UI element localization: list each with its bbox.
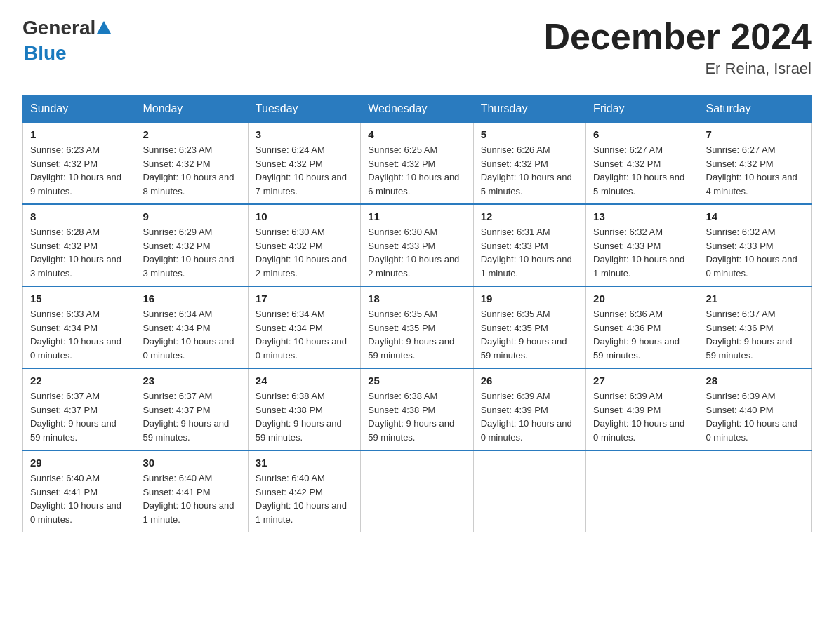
day-cell: 20Sunrise: 6:36 AMSunset: 4:36 PMDayligh… <box>586 286 699 368</box>
day-number: 12 <box>481 210 578 222</box>
day-info: Sunrise: 6:34 AMSunset: 4:34 PMDaylight:… <box>143 307 240 362</box>
day-info: Sunrise: 6:30 AMSunset: 4:33 PMDaylight:… <box>368 225 465 280</box>
day-cell <box>586 450 699 532</box>
col-header-monday: Monday <box>135 95 248 123</box>
day-info: Sunrise: 6:40 AMSunset: 4:41 PMDaylight:… <box>30 471 128 526</box>
day-info: Sunrise: 6:26 AMSunset: 4:32 PMDaylight:… <box>481 143 578 198</box>
day-number: 15 <box>30 293 128 304</box>
day-info: Sunrise: 6:30 AMSunset: 4:32 PMDaylight:… <box>256 225 353 280</box>
day-cell: 13Sunrise: 6:32 AMSunset: 4:33 PMDayligh… <box>586 204 699 286</box>
page-subtitle: Er Reina, Israel <box>543 60 812 78</box>
day-info: Sunrise: 6:34 AMSunset: 4:34 PMDaylight:… <box>256 307 353 362</box>
day-number: 28 <box>706 375 804 387</box>
day-info: Sunrise: 6:24 AMSunset: 4:32 PMDaylight:… <box>256 143 353 198</box>
day-cell: 21Sunrise: 6:37 AMSunset: 4:36 PMDayligh… <box>699 286 811 368</box>
day-info: Sunrise: 6:32 AMSunset: 4:33 PMDaylight:… <box>706 225 804 280</box>
day-info: Sunrise: 6:40 AMSunset: 4:41 PMDaylight:… <box>143 471 240 526</box>
day-number: 3 <box>256 128 353 140</box>
day-info: Sunrise: 6:35 AMSunset: 4:35 PMDaylight:… <box>368 307 465 362</box>
day-cell: 8Sunrise: 6:28 AMSunset: 4:32 PMDaylight… <box>23 204 135 286</box>
day-info: Sunrise: 6:23 AMSunset: 4:32 PMDaylight:… <box>30 143 128 198</box>
day-cell: 10Sunrise: 6:30 AMSunset: 4:32 PMDayligh… <box>248 204 360 286</box>
day-info: Sunrise: 6:36 AMSunset: 4:36 PMDaylight:… <box>593 307 691 362</box>
day-info: Sunrise: 6:32 AMSunset: 4:33 PMDaylight:… <box>593 225 691 280</box>
week-row-4: 22Sunrise: 6:37 AMSunset: 4:37 PMDayligh… <box>23 368 812 450</box>
title-block: December 2024 Er Reina, Israel <box>543 17 812 78</box>
logo-block: General Blue <box>22 17 111 65</box>
col-header-tuesday: Tuesday <box>248 95 360 123</box>
day-cell: 14Sunrise: 6:32 AMSunset: 4:33 PMDayligh… <box>699 204 811 286</box>
day-number: 4 <box>368 128 465 140</box>
col-header-sunday: Sunday <box>23 95 135 123</box>
day-info: Sunrise: 6:39 AMSunset: 4:39 PMDaylight:… <box>593 389 691 444</box>
day-info: Sunrise: 6:38 AMSunset: 4:38 PMDaylight:… <box>256 389 353 444</box>
day-cell: 26Sunrise: 6:39 AMSunset: 4:39 PMDayligh… <box>473 368 585 450</box>
day-number: 5 <box>481 128 578 140</box>
day-cell: 28Sunrise: 6:39 AMSunset: 4:40 PMDayligh… <box>699 368 811 450</box>
day-cell: 23Sunrise: 6:37 AMSunset: 4:37 PMDayligh… <box>135 368 248 450</box>
page-title: December 2024 <box>543 17 812 57</box>
day-cell: 1Sunrise: 6:23 AMSunset: 4:32 PMDaylight… <box>23 123 135 205</box>
day-cell: 25Sunrise: 6:38 AMSunset: 4:38 PMDayligh… <box>361 368 473 450</box>
day-number: 22 <box>30 375 128 387</box>
day-cell: 5Sunrise: 6:26 AMSunset: 4:32 PMDaylight… <box>473 123 585 205</box>
day-info: Sunrise: 6:27 AMSunset: 4:32 PMDaylight:… <box>593 143 691 198</box>
day-cell: 9Sunrise: 6:29 AMSunset: 4:32 PMDaylight… <box>135 204 248 286</box>
day-number: 10 <box>256 210 353 222</box>
day-number: 21 <box>706 293 804 304</box>
day-number: 2 <box>143 128 240 140</box>
col-header-saturday: Saturday <box>699 95 811 123</box>
header-row: SundayMondayTuesdayWednesdayThursdayFrid… <box>23 95 812 123</box>
day-number: 7 <box>706 128 804 140</box>
page-header: General Blue December 2024 Er Reina, Isr… <box>22 17 812 78</box>
day-info: Sunrise: 6:31 AMSunset: 4:33 PMDaylight:… <box>481 225 578 280</box>
day-number: 24 <box>256 375 353 387</box>
logo-general-text: General <box>22 17 95 39</box>
col-header-wednesday: Wednesday <box>361 95 473 123</box>
day-info: Sunrise: 6:27 AMSunset: 4:32 PMDaylight:… <box>706 143 804 198</box>
day-number: 9 <box>143 210 240 222</box>
day-info: Sunrise: 6:35 AMSunset: 4:35 PMDaylight:… <box>481 307 578 362</box>
day-info: Sunrise: 6:29 AMSunset: 4:32 PMDaylight:… <box>143 225 240 280</box>
day-info: Sunrise: 6:39 AMSunset: 4:40 PMDaylight:… <box>706 389 804 444</box>
day-info: Sunrise: 6:23 AMSunset: 4:32 PMDaylight:… <box>143 143 240 198</box>
day-info: Sunrise: 6:38 AMSunset: 4:38 PMDaylight:… <box>368 389 465 444</box>
day-cell: 30Sunrise: 6:40 AMSunset: 4:41 PMDayligh… <box>135 450 248 532</box>
logo-blue-text: Blue <box>24 42 67 64</box>
day-number: 6 <box>593 128 691 140</box>
day-cell: 4Sunrise: 6:25 AMSunset: 4:32 PMDaylight… <box>361 123 473 205</box>
day-cell: 16Sunrise: 6:34 AMSunset: 4:34 PMDayligh… <box>135 286 248 368</box>
day-number: 26 <box>481 375 578 387</box>
calendar-header: SundayMondayTuesdayWednesdayThursdayFrid… <box>23 95 812 123</box>
day-number: 16 <box>143 293 240 304</box>
day-cell: 11Sunrise: 6:30 AMSunset: 4:33 PMDayligh… <box>361 204 473 286</box>
day-info: Sunrise: 6:33 AMSunset: 4:34 PMDaylight:… <box>30 307 128 362</box>
day-number: 30 <box>143 457 240 469</box>
day-number: 29 <box>30 457 128 469</box>
day-cell: 27Sunrise: 6:39 AMSunset: 4:39 PMDayligh… <box>586 368 699 450</box>
day-cell: 31Sunrise: 6:40 AMSunset: 4:42 PMDayligh… <box>248 450 360 532</box>
calendar-table: SundayMondayTuesdayWednesdayThursdayFrid… <box>22 95 812 532</box>
day-number: 23 <box>143 375 240 387</box>
day-cell: 12Sunrise: 6:31 AMSunset: 4:33 PMDayligh… <box>473 204 585 286</box>
day-cell: 29Sunrise: 6:40 AMSunset: 4:41 PMDayligh… <box>23 450 135 532</box>
day-cell <box>361 450 473 532</box>
col-header-thursday: Thursday <box>473 95 585 123</box>
day-number: 14 <box>706 210 804 222</box>
calendar-body: 1Sunrise: 6:23 AMSunset: 4:32 PMDaylight… <box>23 123 812 532</box>
day-cell: 24Sunrise: 6:38 AMSunset: 4:38 PMDayligh… <box>248 368 360 450</box>
day-cell: 6Sunrise: 6:27 AMSunset: 4:32 PMDaylight… <box>586 123 699 205</box>
day-cell: 22Sunrise: 6:37 AMSunset: 4:37 PMDayligh… <box>23 368 135 450</box>
day-info: Sunrise: 6:40 AMSunset: 4:42 PMDaylight:… <box>256 471 353 526</box>
day-number: 18 <box>368 293 465 304</box>
day-number: 8 <box>30 210 128 222</box>
day-number: 31 <box>256 457 353 469</box>
day-number: 19 <box>481 293 578 304</box>
logo-triangle-icon <box>97 21 111 34</box>
week-row-5: 29Sunrise: 6:40 AMSunset: 4:41 PMDayligh… <box>23 450 812 532</box>
col-header-friday: Friday <box>586 95 699 123</box>
logo: General Blue <box>22 17 111 65</box>
day-cell: 17Sunrise: 6:34 AMSunset: 4:34 PMDayligh… <box>248 286 360 368</box>
week-row-3: 15Sunrise: 6:33 AMSunset: 4:34 PMDayligh… <box>23 286 812 368</box>
day-cell: 2Sunrise: 6:23 AMSunset: 4:32 PMDaylight… <box>135 123 248 205</box>
